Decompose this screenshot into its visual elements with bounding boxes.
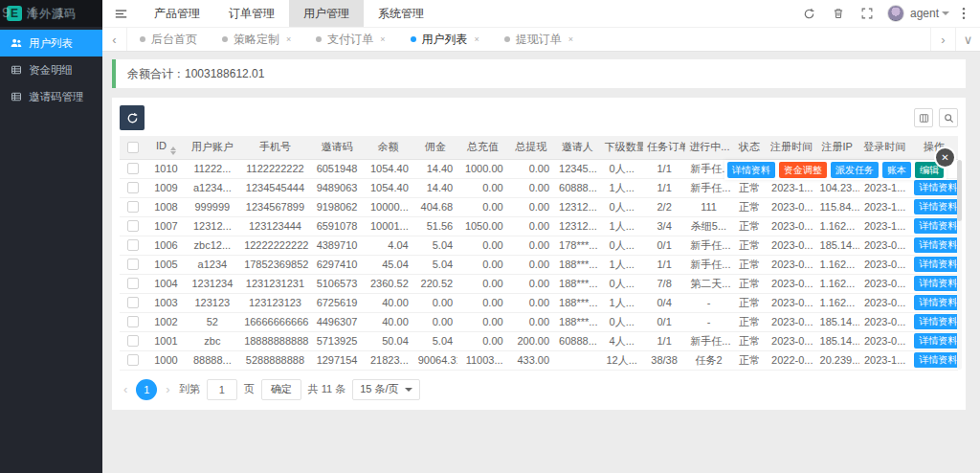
prev-page-icon[interactable]: ‹ — [122, 382, 129, 396]
pagination: ‹ 1 › 到第 页 确定 共 11 条 15 条/页 — [120, 371, 958, 406]
cell-注册时间: 2023-0... — [767, 216, 814, 236]
current-page-button[interactable]: 1 — [136, 379, 157, 400]
row-checkbox[interactable] — [127, 316, 139, 327]
detail-button[interactable]: 详情资料 — [914, 218, 958, 234]
column-header-label: 注册IP — [822, 141, 853, 152]
row-checkbox[interactable] — [127, 297, 139, 308]
table-scrollbar[interactable] — [957, 160, 962, 370]
tab-label: 后台首页 — [151, 32, 197, 48]
balance-value: 1003188612.01 — [185, 67, 264, 80]
tab-strategy[interactable]: 策略定制 × — [210, 28, 303, 51]
tab-close-icon[interactable]: × — [380, 34, 385, 44]
search-icon[interactable] — [939, 108, 958, 127]
column-header-label: 状态 — [739, 141, 760, 152]
column-header-label: 下级数量 — [605, 141, 643, 152]
cell-邀请人: 188***... — [554, 312, 600, 331]
detail-button[interactable]: 详情资料 — [914, 276, 958, 291]
refresh-table-button[interactable] — [120, 105, 145, 130]
fund-adjust-button[interactable]: 资金调整 — [779, 162, 827, 178]
confirm-page-button[interactable]: 确定 — [261, 379, 301, 400]
row-checkbox[interactable] — [127, 354, 139, 366]
nav-item-user[interactable]: 用户管理 — [289, 0, 364, 27]
tabs-scroll-left-icon[interactable]: ‹ — [102, 28, 127, 51]
table-header-row: ID用户账户手机号邀请码余额佣金总充值总提现邀请人下级数量任务订单进行中...状… — [120, 136, 958, 159]
tab-dashboard[interactable]: 后台首页 — [127, 28, 210, 51]
sidebar-item-invite-code[interactable]: 邀请码管理 — [0, 83, 102, 110]
sidebar-item-label: 邀请码管理 — [29, 90, 84, 104]
cell-用户账户: zbc — [186, 331, 240, 350]
detail-button[interactable]: 详情资料 — [914, 314, 958, 329]
nav-item-order[interactable]: 订单管理 — [214, 0, 289, 27]
tab-withdraw-orders[interactable]: 提现订单 × — [492, 28, 586, 51]
column-header-label: 任务订单 — [647, 141, 685, 152]
detail-button[interactable]: 详情资料 — [914, 295, 958, 310]
cell-ID: 1009 — [146, 178, 185, 197]
menu-collapse-icon[interactable] — [102, 0, 140, 27]
row-checkbox[interactable] — [127, 220, 139, 232]
detail-button[interactable]: 详情资料 — [914, 199, 958, 214]
page-number-input[interactable] — [207, 379, 237, 400]
column-header-label: 邀请人 — [562, 141, 593, 152]
tabs-menu-icon[interactable]: ∨ — [955, 28, 980, 51]
scrollbar-thumb[interactable] — [957, 160, 962, 221]
row-actions-cell: 详情资料.. — [909, 216, 958, 236]
row-checkbox[interactable] — [127, 163, 139, 174]
cell-用户账户: 12312... — [186, 216, 240, 236]
user-avatar[interactable] — [887, 5, 904, 22]
dispatch-task-button[interactable]: 派发任务 — [831, 162, 879, 178]
tab-close-icon[interactable]: × — [568, 34, 573, 44]
tabs-scroll-right-icon[interactable]: › — [930, 28, 955, 51]
cell-总充值: 0.00 — [457, 255, 507, 274]
cell-邀请码: 9489063 — [311, 178, 363, 197]
fullscreen-icon[interactable] — [853, 0, 881, 27]
detail-button[interactable]: 详情资料 — [914, 333, 958, 349]
tab-close-icon[interactable]: × — [286, 34, 291, 44]
nav-item-system[interactable]: 系统管理 — [364, 0, 438, 27]
tab-pay-orders[interactable]: 支付订单 × — [303, 28, 397, 51]
nav-item-product[interactable]: 产品管理 — [140, 0, 214, 27]
row-checkbox[interactable] — [127, 259, 139, 270]
row-checkbox-cell — [120, 350, 146, 370]
tab-user-list[interactable]: 用户列表 × — [398, 28, 492, 51]
cell-佣金: 0.00 — [413, 293, 457, 312]
sidebar-item-fund-detail[interactable]: 资金明细 — [0, 56, 102, 83]
cell-手机号: 123123123 — [239, 293, 311, 312]
username-label[interactable]: agent — [910, 7, 939, 20]
tab-close-icon[interactable]: × — [475, 34, 479, 44]
next-page-icon[interactable]: › — [164, 382, 171, 396]
trash-icon[interactable] — [824, 0, 853, 27]
filter-columns-icon[interactable] — [914, 108, 933, 127]
detail-button[interactable]: 详情资料 — [914, 257, 958, 272]
detail-button[interactable]: 详情资料 — [727, 162, 775, 178]
close-actions-icon[interactable]: ✕ — [936, 148, 954, 167]
ledger-button[interactable]: 账本 — [882, 162, 911, 178]
detail-button[interactable]: 详情资料 — [914, 180, 958, 195]
cell-余额: 10001... — [363, 216, 412, 236]
sidebar-item-user-list[interactable]: 用户列表 — [0, 30, 102, 56]
cell-总充值: 0.00 — [457, 293, 507, 312]
row-checkbox[interactable] — [127, 182, 139, 193]
users-icon — [11, 37, 22, 49]
column-header-label: 手机号 — [259, 141, 291, 152]
detail-button[interactable]: 详情资料 — [914, 352, 958, 368]
cell-总充值: 11003... — [457, 350, 507, 370]
cell-用户账户: a1234 — [186, 255, 240, 274]
per-page-select[interactable]: 15 条/页 — [352, 379, 419, 400]
column-header-label: 总充值 — [467, 141, 499, 152]
cell-总提现: 200.00 — [508, 331, 554, 350]
cell-下级数量: 1人... — [601, 216, 643, 236]
sort-icon[interactable] — [170, 146, 176, 155]
row-checkbox[interactable] — [127, 239, 139, 251]
column-header-7: 总提现 — [508, 136, 554, 159]
row-checkbox[interactable] — [127, 201, 139, 213]
cell-佣金: 5.04 — [413, 331, 457, 350]
row-checkbox[interactable] — [127, 335, 139, 347]
more-vertical-icon[interactable] — [953, 0, 974, 27]
select-all-checkbox[interactable] — [127, 142, 139, 153]
refresh-icon[interactable] — [794, 0, 824, 27]
cell-任务订单: 0/4 — [643, 293, 685, 312]
top-header: 产品管理 订单管理 用户管理 系统管理 agent — [102, 0, 980, 27]
detail-button[interactable]: 详情资料 — [914, 237, 958, 253]
row-checkbox[interactable] — [127, 278, 139, 289]
tab-bar: ‹ 后台首页 策略定制 × 支付订单 × 用户列表 — [102, 27, 980, 52]
